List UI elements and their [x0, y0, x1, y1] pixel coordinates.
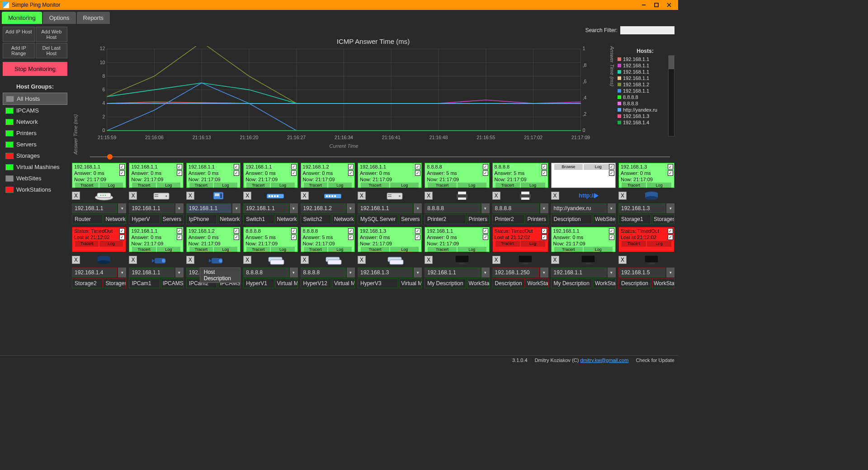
host-description-field[interactable]: Printer2 [425, 214, 466, 224]
log-button[interactable]: Log [584, 247, 613, 253]
remove-host-button[interactable]: X [301, 256, 309, 264]
tracert-button[interactable]: Tracert [428, 247, 457, 253]
log-button[interactable]: Log [271, 247, 294, 253]
host-ip-field[interactable]: 192.168.1.3 [358, 268, 413, 277]
host-ip-field[interactable]: 8.8.8.8 [243, 268, 288, 277]
minimize-button[interactable] [637, 0, 650, 10]
host-ip-field[interactable]: 192.168.1.1 [551, 268, 607, 277]
author-email-link[interactable]: dmitry.kw@gmail.com [580, 357, 628, 363]
tracert-button[interactable]: Tracert [189, 247, 213, 253]
log-button[interactable]: Log [458, 183, 486, 188]
tracert-button[interactable]: Tracert [428, 183, 457, 188]
time-slider[interactable] [90, 156, 670, 157]
log-button[interactable]: Log [584, 164, 613, 170]
log-button[interactable]: Log [271, 183, 294, 188]
host-ip-dropdown[interactable]: ▾ [118, 203, 126, 213]
stop-monitoring-button[interactable]: Stop Monitoring [3, 62, 67, 76]
legend-item[interactable]: 192.168.1.2 [618, 81, 673, 88]
log-button[interactable]: Log [214, 183, 237, 188]
remove-host-button[interactable]: X [186, 256, 194, 264]
host-description-field[interactable]: Switch2 [301, 214, 331, 224]
host-checkbox-1[interactable]: ✓ [415, 228, 420, 234]
host-group-field[interactable]: Network [104, 214, 126, 224]
host-ip-field[interactable]: 192.168.1.5 [618, 268, 665, 277]
host-group-field[interactable]: IPCAMS [161, 278, 184, 288]
host-checkbox-2[interactable]: ✓ [177, 170, 182, 176]
tracert-button[interactable]: Tracert [246, 183, 270, 188]
remove-host-button[interactable]: X [425, 256, 433, 264]
remove-host-button[interactable]: X [618, 256, 627, 264]
host-description-field[interactable]: My Description [551, 278, 592, 288]
host-ip-dropdown[interactable]: ▾ [414, 203, 422, 213]
tracert-button[interactable]: Tracert [495, 241, 520, 247]
host-ip-field[interactable]: 192.168.1.3 [618, 203, 665, 213]
tab-options[interactable]: Options [43, 12, 76, 24]
remove-host-button[interactable]: X [186, 192, 194, 200]
log-button[interactable]: Log [647, 241, 671, 247]
host-ip-field[interactable]: 8.8.8.8 [301, 268, 346, 277]
log-button[interactable]: Log [521, 241, 545, 247]
host-checkbox-1[interactable]: ✓ [483, 228, 488, 234]
host-checkbox-2[interactable]: ✓ [542, 235, 547, 240]
legend-item[interactable]: 192.168.1.4 [618, 119, 673, 126]
host-group-field[interactable]: Storages [104, 278, 126, 288]
log-button[interactable]: Log [99, 241, 123, 247]
host-group-field[interactable]: Servers [399, 214, 422, 224]
host-checkbox-1[interactable]: ✓ [177, 164, 182, 169]
remove-host-button[interactable]: X [358, 192, 366, 200]
legend-item[interactable]: 192.168.1.1 [618, 62, 673, 69]
tracert-button[interactable]: Tracert [622, 241, 646, 247]
del-last-host-button[interactable]: Del Last Host [36, 43, 68, 58]
group-item-servers[interactable]: Servers [3, 139, 67, 150]
legend-item[interactable]: 192.168.1.1 [618, 75, 673, 81]
host-checkbox-1[interactable]: ✓ [415, 164, 420, 169]
host-ip-field[interactable]: 192.168.1.1 [243, 203, 288, 213]
group-item-virtual-mashines[interactable]: Virtual Mashines [3, 161, 67, 173]
legend-item[interactable]: 192.168.1.3 [618, 113, 673, 119]
tracert-button[interactable]: Tracert [554, 247, 583, 253]
tracert-button[interactable]: Tracert [246, 247, 270, 253]
tracert-button[interactable]: Tracert [622, 183, 646, 188]
host-checkbox-2[interactable]: ✓ [542, 170, 547, 176]
log-button[interactable]: Log [214, 247, 237, 253]
remove-host-button[interactable]: X [551, 192, 559, 200]
host-description-field[interactable]: HyperV3 [358, 278, 398, 288]
host-group-field[interactable]: WebSites [593, 214, 616, 224]
group-item-ipcams[interactable]: IPCAMS [3, 105, 67, 116]
remove-host-button[interactable]: X [72, 192, 80, 200]
remove-host-button[interactable]: X [492, 256, 500, 264]
host-checkbox-1[interactable]: ✓ [609, 228, 614, 234]
host-ip-field[interactable]: 192.168.1.4 [72, 268, 117, 277]
host-group-field[interactable]: Network [332, 214, 355, 224]
host-checkbox-1[interactable]: ✓ [348, 228, 354, 234]
host-checkbox-2[interactable]: ✓ [291, 235, 297, 240]
host-ip-dropdown[interactable]: ▾ [175, 203, 184, 213]
host-description-field[interactable]: Description [551, 214, 592, 224]
remove-host-button[interactable]: X [301, 192, 309, 200]
host-ip-dropdown[interactable]: ▾ [481, 268, 490, 277]
log-button[interactable]: Log [157, 247, 180, 253]
host-checkbox-2[interactable]: ✓ [609, 235, 614, 240]
tracert-button[interactable]: Tracert [75, 183, 99, 188]
host-description-field[interactable]: My Description [425, 278, 466, 288]
host-ip-field[interactable]: 192.168.1.1 [425, 268, 480, 277]
log-button[interactable]: Log [390, 247, 419, 253]
host-ip-field[interactable]: 192.168.1.1 [186, 203, 231, 213]
log-button[interactable]: Log [390, 183, 419, 188]
host-checkbox-2[interactable]: ✓ [119, 235, 125, 240]
group-item-storages[interactable]: Storages [3, 150, 67, 161]
remove-host-button[interactable]: X [129, 256, 137, 264]
host-checkbox-2[interactable]: ✓ [483, 235, 488, 240]
host-group-field[interactable]: Network [275, 214, 298, 224]
host-description-field[interactable]: HyperV1 [243, 278, 274, 288]
legend-scrollbar[interactable] [668, 55, 675, 136]
host-ip-field[interactable]: 8.8.8.8 [492, 203, 539, 213]
host-ip-dropdown[interactable]: ▾ [414, 268, 422, 277]
host-ip-field[interactable]: 192.168.1.1 [129, 203, 174, 213]
group-item-workstations[interactable]: WorkStations [3, 184, 67, 195]
host-checkbox-1[interactable]: ✓ [668, 164, 673, 169]
host-description-field[interactable]: MySQL Server [358, 214, 398, 224]
host-ip-field[interactable]: 192.168.1.250 [492, 268, 539, 277]
host-checkbox-1[interactable]: ✓ [542, 228, 547, 234]
log-button[interactable]: Log [157, 183, 180, 188]
